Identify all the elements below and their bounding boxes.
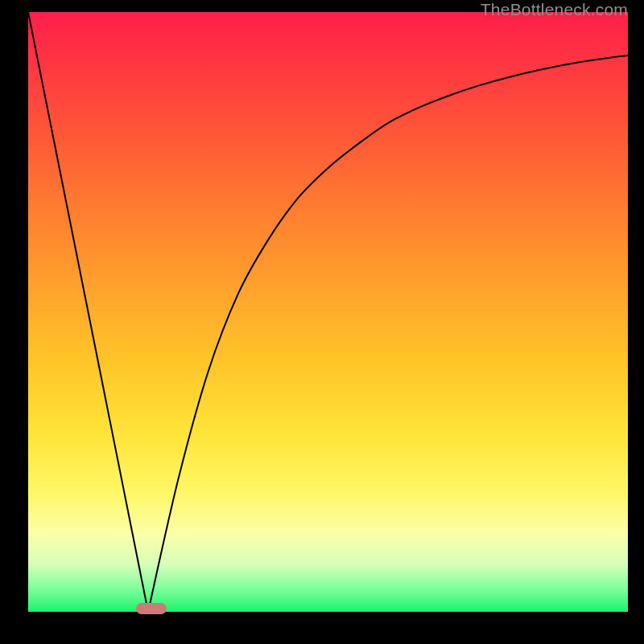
watermark-text: TheBottleneck.com [481, 0, 628, 19]
left-line-path [28, 12, 148, 612]
optimal-marker [136, 603, 167, 614]
chart-frame: TheBottleneck.com [0, 0, 644, 644]
right-curve-path [148, 56, 628, 612]
plot-area [28, 12, 628, 612]
curve-svg [28, 12, 628, 612]
